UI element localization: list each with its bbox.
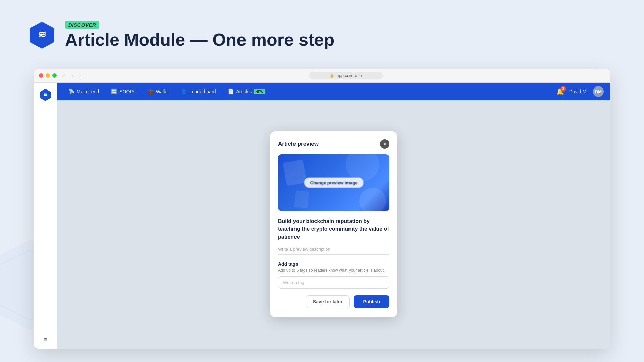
publish-button[interactable]: Publish — [354, 295, 389, 308]
preview-circle-2 — [359, 188, 386, 211]
nav-item-main-feed[interactable]: 📡 Main Feed — [64, 86, 104, 97]
articles-new-badge: NEW — [254, 89, 265, 94]
wallet-label: Wallet — [156, 89, 169, 94]
articles-icon: 📄 — [228, 88, 234, 95]
svg-text:≋: ≋ — [38, 29, 46, 40]
modal-overlay: Article preview × — [57, 100, 610, 349]
articles-label: Articles — [236, 89, 252, 94]
maximize-traffic-light[interactable] — [52, 73, 57, 78]
address-bar[interactable]: 🔒 app.coreto.io — [87, 72, 605, 79]
nav-item-articles[interactable]: 📄 Articles NEW — [223, 86, 270, 97]
user-name: David M. — [569, 89, 588, 94]
preview-circle-1 — [346, 154, 379, 181]
main-feed-label: Main Feed — [77, 89, 99, 94]
traffic-lights — [39, 73, 57, 78]
main-content: 📡 Main Feed 🔄 SOOPs 💼 Wallet 👤 Leaderboa… — [57, 83, 610, 349]
browser-window: ⤢ ‹ › 🔒 app.coreto.io ≋ ≡ 📡 — [34, 69, 610, 349]
preview-rect-1 — [283, 160, 307, 186]
url-text: app.coreto.io — [336, 73, 362, 78]
preview-rect-2 — [294, 191, 309, 208]
expand-icon[interactable]: ⤢ — [61, 73, 67, 79]
user-avatar[interactable]: DM — [593, 86, 604, 97]
browser-chrome: ⤢ ‹ › 🔒 app.coreto.io — [34, 69, 610, 83]
soops-icon: 🔄 — [111, 88, 117, 95]
page-header: ≋ DISCOVER Article Module — One more ste… — [27, 20, 334, 50]
svg-text:≋: ≋ — [43, 92, 47, 97]
sidebar-logo: ≋ — [39, 88, 52, 102]
main-feed-icon: 📡 — [68, 88, 75, 95]
page-area: Article preview × — [57, 100, 610, 349]
app-container: ≋ ≡ 📡 Main Feed 🔄 SOOPs 💼 Wallet — [34, 83, 610, 349]
forward-button[interactable]: › — [78, 72, 82, 79]
discover-badge: DISCOVER — [65, 21, 99, 29]
nav-item-wallet[interactable]: 💼 Wallet — [143, 86, 173, 97]
modal-header: Article preview × — [278, 139, 389, 149]
sidebar-menu-icon[interactable]: ≡ — [43, 336, 47, 343]
back-button[interactable]: ‹ — [71, 72, 75, 79]
article-preview-title: Build your blockchain reputation by teac… — [278, 217, 389, 241]
tags-section: Add tags Add up to 5 tags so readers kno… — [278, 261, 389, 289]
modal-footer: Save for later Publish — [278, 295, 389, 308]
nav-item-leaderboard[interactable]: 👤 Leaderboard — [176, 86, 220, 97]
lock-icon: 🔒 — [330, 73, 334, 78]
article-preview-modal: Article preview × — [270, 131, 397, 317]
wallet-icon: 💼 — [148, 88, 154, 95]
tag-input[interactable] — [278, 276, 389, 289]
leaderboard-label: Leaderboard — [189, 89, 216, 94]
nav-right: 🔔 3 David M. DM — [556, 86, 604, 97]
top-navigation: 📡 Main Feed 🔄 SOOPs 💼 Wallet 👤 Leaderboa… — [57, 83, 610, 100]
notification-count: 3 — [560, 86, 566, 92]
leaderboard-icon: 👤 — [181, 88, 187, 95]
minimize-traffic-light[interactable] — [46, 73, 50, 78]
modal-title: Article preview — [278, 141, 319, 147]
preview-image-area[interactable]: Change preview image — [278, 154, 389, 211]
app-logo: ≋ — [27, 20, 57, 50]
save-for-later-button[interactable]: Save for later — [306, 295, 350, 308]
change-preview-image-button[interactable]: Change preview image — [304, 178, 364, 188]
close-traffic-light[interactable] — [39, 73, 43, 78]
modal-close-button[interactable]: × — [380, 139, 389, 149]
soops-label: SOOPs — [119, 89, 135, 94]
page-title: Article Module — One more step — [65, 30, 334, 49]
sidebar: ≋ ≡ — [34, 83, 57, 349]
tags-sublabel: Add up to 5 tags so readers know what yo… — [278, 268, 389, 273]
browser-nav: ‹ › — [71, 72, 83, 79]
nav-item-soops[interactable]: 🔄 SOOPs — [106, 86, 140, 97]
tags-label: Add tags — [278, 261, 389, 267]
preview-description-input[interactable] — [278, 245, 389, 255]
notification-bell[interactable]: 🔔 3 — [556, 88, 564, 95]
